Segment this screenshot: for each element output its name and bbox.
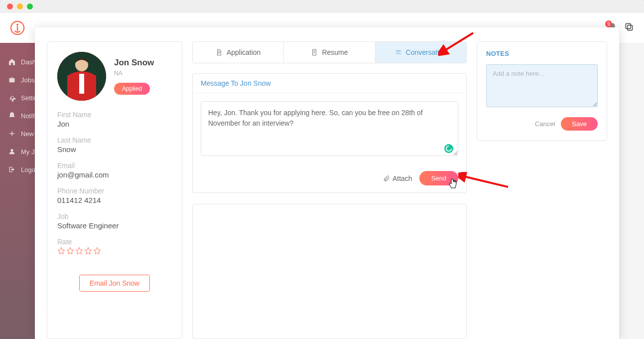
attach-label: Attach: [392, 174, 412, 182]
notification-badge: 9: [605, 20, 612, 27]
star-icon[interactable]: [75, 247, 83, 255]
sidebar-item-label: Settings: [21, 94, 35, 102]
sidebar-item-label: Jobs: [21, 76, 34, 84]
candidate-modal: Jon Snow NA Applied First NameJon Last N…: [35, 27, 619, 339]
minimize-window-dot[interactable]: [17, 3, 23, 9]
sidebar-item-settings[interactable]: Settings: [0, 89, 35, 107]
star-icon[interactable]: [66, 247, 74, 255]
message-input[interactable]: [201, 101, 458, 156]
send-button[interactable]: Send: [419, 171, 458, 185]
svg-point-1: [16, 23, 18, 25]
save-button[interactable]: Save: [561, 117, 598, 131]
tab-label: Conversation: [406, 48, 447, 56]
last-name-value: Snow: [57, 145, 172, 154]
conversation-thread: [192, 204, 467, 339]
job-label: Job: [57, 212, 172, 220]
tab-label: Resume: [322, 48, 348, 56]
message-panel: Message To Jon Snow Attach Send: [192, 73, 467, 193]
avatar: [57, 52, 106, 101]
resume-icon: [311, 49, 318, 56]
sidebar-item-label: Notifications: [21, 112, 35, 120]
tab-conversation[interactable]: Conversation: [376, 42, 466, 63]
notes-input[interactable]: [486, 64, 598, 107]
cancel-button[interactable]: Cancel: [535, 120, 555, 128]
notes-panel: NOTES Cancel Save: [477, 41, 607, 141]
sidebar-item-label: Logout: [21, 166, 35, 173]
sidebar-item-label: Dashboard: [21, 58, 35, 66]
maximize-window-dot[interactable]: [27, 3, 33, 9]
center-column: Application Resume Conversation Message …: [192, 41, 467, 339]
svg-point-7: [396, 50, 398, 52]
sidebar-item-new[interactable]: New: [0, 125, 35, 143]
sidebar-item-label: My Jobs: [21, 148, 35, 156]
notes-title: NOTES: [486, 50, 598, 57]
last-name-label: Last Name: [57, 136, 172, 144]
message-header: Message To Jon Snow: [193, 74, 466, 93]
phone-label: Phone Number: [57, 187, 172, 195]
paperclip-icon: [383, 175, 390, 182]
svg-rect-3: [626, 23, 631, 28]
email-label: Email: [57, 162, 172, 170]
svg-rect-5: [79, 74, 84, 94]
svg-rect-2: [628, 25, 633, 30]
attach-button[interactable]: Attach: [383, 174, 412, 182]
copy-icon[interactable]: [624, 22, 634, 34]
svg-point-8: [398, 50, 400, 52]
profile-subtitle: NA: [114, 70, 154, 77]
tab-application[interactable]: Application: [193, 42, 284, 63]
app-logo[interactable]: [10, 20, 25, 35]
tab-label: Application: [227, 48, 261, 56]
sidebar-item-jobs[interactable]: Jobs: [0, 71, 35, 89]
window-chrome: [0, 0, 644, 13]
grammarly-icon: [444, 144, 453, 153]
phone-value: 011412 4214: [57, 196, 172, 204]
document-icon: [216, 49, 223, 56]
sidebar-item-logout[interactable]: Logout: [0, 161, 35, 178]
rating-stars[interactable]: [57, 247, 172, 255]
profile-name: Jon Snow: [114, 58, 154, 68]
conversation-icon: [395, 49, 402, 56]
email-candidate-button[interactable]: Email Jon Snow: [79, 275, 150, 292]
sidebar-item-dashboard[interactable]: Dashboard: [0, 53, 35, 71]
first-name-label: First Name: [57, 111, 172, 119]
status-badge[interactable]: Applied: [114, 83, 150, 95]
sidebar-item-notifications[interactable]: Notifications: [0, 107, 35, 125]
sidebar-item-label: New: [21, 130, 34, 138]
app-sidebar: Dashboard Jobs Settings Notifications Ne…: [0, 43, 35, 339]
sidebar-item-my[interactable]: My Jobs: [0, 143, 35, 161]
close-window-dot[interactable]: [7, 3, 13, 9]
detail-tabs: Application Resume Conversation: [192, 41, 467, 63]
job-value: Software Engineer: [57, 221, 172, 230]
star-icon[interactable]: [84, 247, 92, 255]
first-name-value: Jon: [57, 120, 172, 128]
star-icon[interactable]: [93, 247, 101, 255]
profile-card: Jon Snow NA Applied First NameJon Last N…: [47, 41, 182, 339]
tab-resume[interactable]: Resume: [284, 42, 375, 63]
email-value: jon@gmail.com: [57, 170, 172, 179]
rate-label: Rate: [57, 238, 172, 246]
star-icon[interactable]: [57, 247, 65, 255]
